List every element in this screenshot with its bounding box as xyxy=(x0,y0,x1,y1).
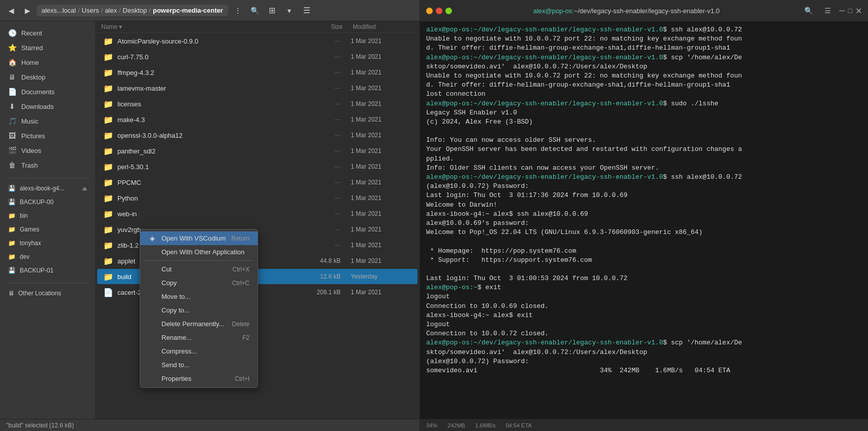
sidebar-drive-dev[interactable]: 📁 dev xyxy=(2,250,93,263)
trash-icon: 🗑 xyxy=(8,161,16,169)
file-row[interactable]: 📁licenses—1 Mar 2021 xyxy=(97,96,418,111)
file-row[interactable]: 📁ffmpeg-4.3.2—1 Mar 2021 xyxy=(97,65,418,80)
file-date: 1 Mar 2021 xyxy=(351,147,411,154)
file-row[interactable]: 📁panther_sdl2—1 Mar 2021 xyxy=(97,143,418,159)
window-minimize-button[interactable]: ─ xyxy=(839,6,845,15)
file-date: 1 Mar 2021 xyxy=(351,100,411,107)
context-menu: ◈ Open With VSCodium Return Open With Ot… xyxy=(140,229,258,388)
breadcrumb-root[interactable]: alexs...local xyxy=(42,7,76,14)
close-button[interactable] xyxy=(436,8,442,14)
starred-icon: ⭐ xyxy=(8,44,16,52)
column-modified-header: Modified xyxy=(353,23,414,30)
grid-view-button[interactable]: ⊞ xyxy=(265,3,280,18)
sidebar-item-pictures[interactable]: 🖼 Pictures xyxy=(2,129,93,143)
file-date: 1 Mar 2021 xyxy=(351,194,411,202)
cm-copy-to[interactable]: Copy to... xyxy=(140,303,258,317)
cm-cut[interactable]: Cut Ctrl+X xyxy=(140,262,258,276)
file-name: panther_sdl2 xyxy=(117,147,310,155)
sidebar-item-recent[interactable]: 🕒 Recent xyxy=(2,26,93,40)
window-maximize-button2[interactable]: □ xyxy=(848,7,852,15)
cm-properties-shortcut: Ctrl+I xyxy=(235,375,250,382)
file-row[interactable]: 📁perl-5.30.1—1 Mar 2021 xyxy=(97,159,418,174)
sidebar-drive-games[interactable]: 📁 Games xyxy=(2,223,93,236)
ibook-drive-icon: 💾 xyxy=(8,185,16,192)
view-dropdown-button[interactable]: ▾ xyxy=(282,3,297,18)
sidebar-label-other-locations: Other Locations xyxy=(18,290,61,297)
terminal-line: d. Their offer: diffie-hellman-group-exc… xyxy=(426,44,862,53)
breadcrumb-desktop[interactable]: Desktop xyxy=(123,7,147,14)
cm-send-to[interactable]: Send to... xyxy=(140,358,258,372)
file-size: 12.6 kB xyxy=(310,273,351,280)
terminal-line xyxy=(426,237,862,246)
sidebar-drive-tonyhax[interactable]: 📁 tonyhax xyxy=(2,237,93,250)
file-date: 1 Mar 2021 xyxy=(351,179,411,186)
terminal-bottom-bar: 34% 242MB 1.6MB/s 04:54 ETA xyxy=(420,419,868,431)
sidebar-label-ibook: alexs-ibook-g4... xyxy=(20,185,64,192)
cm-delete[interactable]: Delete Permanently... Delete xyxy=(140,317,258,331)
terminal-menu-button[interactable]: ☰ xyxy=(820,3,835,18)
terminal-line: d. Their offer: diffie-hellman-group-exc… xyxy=(426,81,862,90)
terminal-line: sktop/somevideo.avi' alex@10.0.0.72:/Use… xyxy=(426,348,862,357)
more-options-button[interactable]: ⋮ xyxy=(230,3,245,18)
back-button[interactable]: ◀ xyxy=(4,4,18,18)
maximize-button[interactable] xyxy=(445,8,452,14)
status-text: "build" selected (12.6 kB) xyxy=(6,422,74,429)
sidebar-drive-backup00[interactable]: 💾 BACKUP-00 xyxy=(2,195,93,209)
file-row[interactable]: 📁curl-7.75.0—1 Mar 2021 xyxy=(97,49,418,64)
terminal-line: (c) 2024, Alex Free (3-BSD) xyxy=(426,117,862,127)
file-row[interactable]: 📁lamevmx-master—1 Mar 2021 xyxy=(97,81,418,96)
sidebar-item-documents[interactable]: 📄 Documents xyxy=(2,85,93,99)
breadcrumb-alex[interactable]: alex xyxy=(105,7,117,14)
file-size: — xyxy=(310,242,351,249)
sidebar-item-starred[interactable]: ⭐ Starred xyxy=(2,41,93,55)
folder-icon: 📁 xyxy=(103,52,113,62)
cm-copy[interactable]: Copy Ctrl+C xyxy=(140,276,258,290)
file-row[interactable]: 📁make-4.3—1 Mar 2021 xyxy=(97,112,418,127)
list-view-button[interactable]: ☰ xyxy=(299,3,314,18)
cm-move-to[interactable]: Move to... xyxy=(140,290,258,303)
minimize-button[interactable] xyxy=(426,8,433,14)
cm-properties[interactable]: Properties Ctrl+I xyxy=(140,372,258,385)
breadcrumb-current[interactable]: powerpc-media-center xyxy=(153,7,223,14)
breadcrumb-users[interactable]: Users xyxy=(82,7,99,14)
eject-button-ibook[interactable]: ⏏ xyxy=(82,185,87,192)
file-size: — xyxy=(310,179,351,186)
sidebar-item-downloads[interactable]: ⬇ Downloads xyxy=(2,99,93,113)
folder-icon: 📁 xyxy=(103,193,113,203)
file-row[interactable]: 📁AtomicParsley-source-0.9.0—1 Mar 2021 xyxy=(97,33,418,49)
sidebar-drive-bin[interactable]: 📁 bin xyxy=(2,209,93,222)
terminal-line: lost connection xyxy=(426,90,862,99)
sidebar-item-home[interactable]: 🏠 Home xyxy=(2,55,93,69)
cm-copy-to-label: Copy to... xyxy=(161,306,244,314)
terminal-search-button[interactable]: 🔍 xyxy=(801,3,816,18)
window-close-button2[interactable]: ✕ xyxy=(855,6,862,16)
sidebar-item-music[interactable]: 🎵 Music xyxy=(2,114,93,128)
folder-icon: 📁 xyxy=(103,130,113,140)
file-row[interactable]: 📁web-in—1 Mar 2021 xyxy=(97,206,418,221)
terminal-line: sktop/somevideo.avi' alex@10.0.0.72:/Use… xyxy=(426,62,862,71)
file-row[interactable]: 📁openssl-3.0.0-alpha12—1 Mar 2021 xyxy=(97,128,418,143)
folder-icon: 📁 xyxy=(103,224,113,234)
sidebar-label-bin: bin xyxy=(20,212,28,219)
cm-delete-label: Delete Permanently... xyxy=(161,320,227,328)
cm-open-vscodium[interactable]: ◈ Open With VSCodium Return xyxy=(140,231,258,245)
sidebar-drive-ibook[interactable]: 💾 alexs-ibook-g4... ⏏ xyxy=(2,182,93,195)
cm-rename[interactable]: Rename... F2 xyxy=(140,331,258,344)
cm-open-other[interactable]: Open With Other Application xyxy=(140,245,258,259)
terminal-line: Connection to 10.0.0.69 closed. xyxy=(426,302,862,311)
terminal-pane[interactable]: alex@pop-os:~/dev/legacy-ssh-enabler/leg… xyxy=(420,21,868,431)
sidebar-item-trash[interactable]: 🗑 Trash xyxy=(2,158,93,172)
sidebar-other-locations[interactable]: 🖥 Other Locations xyxy=(2,287,93,300)
terminal-content[interactable]: alex@pop-os:~/dev/legacy-ssh-enabler/leg… xyxy=(420,21,868,419)
forward-button[interactable]: ▶ xyxy=(20,4,34,18)
cm-compress[interactable]: Compress... xyxy=(140,344,258,358)
pictures-icon: 🖼 xyxy=(8,132,16,140)
sidebar-item-videos[interactable]: 🎬 Videos xyxy=(2,143,93,158)
sidebar-drive-backup01[interactable]: 💾 BACKUP-01 xyxy=(2,264,93,277)
terminal-title-prompt: alex@pop-os: xyxy=(533,7,573,15)
file-size: — xyxy=(310,132,351,139)
search-button[interactable]: 🔍 xyxy=(247,3,263,18)
file-row[interactable]: 📁Python—1 Mar 2021 xyxy=(97,190,418,206)
sidebar-item-desktop[interactable]: 🖥 Desktop xyxy=(2,70,93,84)
file-row[interactable]: 📁PPCMC—1 Mar 2021 xyxy=(97,175,418,190)
